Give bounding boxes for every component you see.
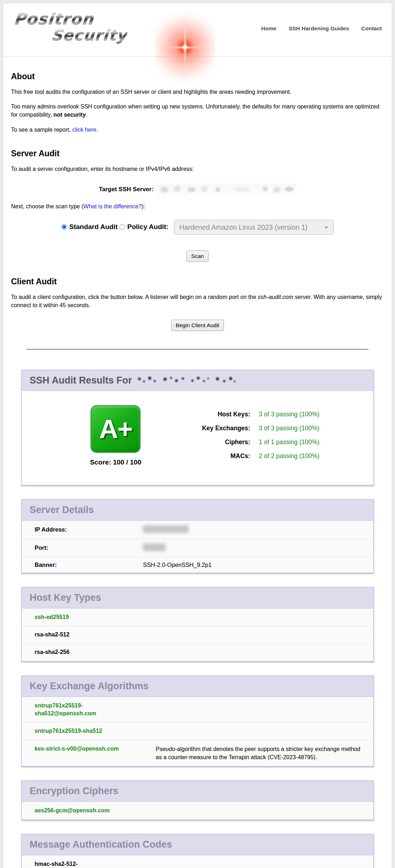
target-server-row: Target SSH Server: bbox=[11, 183, 384, 196]
nav-contact[interactable]: Contact bbox=[361, 25, 382, 32]
mac-row: hmac-sha2-512-etm@openssh.com bbox=[22, 855, 373, 868]
target-ssh-server-input[interactable] bbox=[157, 183, 296, 196]
server-audit-intro: To audit a server configuration, enter i… bbox=[11, 165, 384, 173]
results-panel-header: SSH Audit Results For bbox=[22, 370, 373, 391]
sample-report-link[interactable]: click here bbox=[72, 127, 97, 133]
server-details-panel: Server Details IP Address: Port: Banner:… bbox=[21, 499, 374, 574]
scan-type-options: Standard Audit Policy Audit: Hardened Am… bbox=[11, 220, 384, 235]
what-is-difference-link[interactable]: What is the difference? bbox=[83, 203, 142, 209]
main-content-card: Positron Security Home SSH Hardening Gui… bbox=[3, 3, 392, 868]
kex-row: sntrup761x25519-sha512 bbox=[22, 722, 373, 740]
redacted-port-value bbox=[143, 543, 166, 551]
policy-audit-label: Policy Audit: bbox=[127, 223, 168, 230]
encryption-ciphers-header: Encryption Ciphers bbox=[22, 781, 373, 802]
ssh-audit-results-panel: SSH Audit Results For A+ Score: 100 / 10… bbox=[21, 370, 374, 486]
not-security-bold: not security bbox=[53, 112, 86, 118]
results-panel-body: A+ Score: 100 / 100 Host Keys: 3 of 3 pa… bbox=[22, 391, 373, 485]
macs-panel: Message Authentication Codes hmac-sha2-5… bbox=[21, 834, 374, 868]
host-key-row: rsa-sha2-256 bbox=[22, 643, 373, 661]
target-ssh-server-label: Target SSH Server: bbox=[99, 186, 154, 193]
encryption-ciphers-panel: Encryption Ciphers aes256-gcm@openssh.co… bbox=[21, 780, 374, 821]
detail-row-port: Port: bbox=[22, 539, 373, 557]
server-audit-heading: Server Audit bbox=[11, 149, 384, 158]
ssh-audit-com-italic: ssh-audit.com bbox=[258, 294, 293, 300]
kex-row: kex-strict-s-v00@openssh.com Pseudo-algo… bbox=[22, 740, 373, 766]
about-paragraph-2: Too many admins overlook SSH configurati… bbox=[11, 102, 384, 119]
key-exchange-header: Key Exchange Algorithms bbox=[22, 676, 373, 697]
server-details-header: Server Details bbox=[22, 500, 373, 521]
stat-row-key-exchanges: Key Exchanges: 3 of 3 passing (100%) bbox=[177, 421, 319, 435]
redacted-hostname bbox=[136, 375, 236, 385]
about-paragraph-1: This free tool audits the configuration … bbox=[11, 88, 384, 96]
scan-type-paragraph: Next, choose the scan type (What is the … bbox=[11, 202, 384, 210]
detail-row-ip: IP Address: bbox=[22, 521, 373, 539]
about-paragraph-3: To see a sample report, click here. bbox=[11, 126, 384, 134]
host-key-row: ssh-ed25519 bbox=[22, 608, 373, 626]
logo-text-line2: Security bbox=[50, 26, 128, 44]
site-header: Positron Security Home SSH Hardening Gui… bbox=[3, 3, 392, 57]
main-nav: Home SSH Hardening Guides Contact bbox=[261, 25, 382, 32]
grade-column: A+ Score: 100 / 100 bbox=[76, 405, 156, 466]
client-audit-button-row: Begin Client Audit bbox=[11, 320, 384, 331]
positron-security-logo[interactable]: Positron Security bbox=[14, 10, 167, 52]
host-key-row: rsa-sha2-512 bbox=[22, 626, 373, 643]
section-divider bbox=[26, 349, 369, 350]
banner-value: SSH-2.0-OpenSSH_9.2p1 bbox=[143, 562, 373, 568]
nav-home[interactable]: Home bbox=[261, 25, 277, 32]
stats-column: Host Keys: 3 of 3 passing (100%) Key Exc… bbox=[177, 407, 319, 466]
cipher-row: aes256-gcm@openssh.com bbox=[22, 802, 373, 819]
grade-badge: A+ bbox=[91, 405, 140, 453]
kex-row: sntrup761x25519-sha512@openssh.com bbox=[22, 697, 373, 722]
key-exchange-panel: Key Exchange Algorithms sntrup761x25519-… bbox=[21, 675, 374, 768]
standard-audit-label: Standard Audit bbox=[69, 223, 117, 230]
policy-select-wrap: Hardened Amazon Linux 2023 (version 1) ⌄ bbox=[174, 220, 334, 235]
page: Positron Security Home SSH Hardening Gui… bbox=[0, 0, 395, 868]
detail-row-banner: Banner: SSH-2.0-OpenSSH_9.2p1 bbox=[22, 557, 373, 573]
client-audit-paragraph: To audit a client configuration, click t… bbox=[11, 293, 384, 309]
standard-audit-radio[interactable] bbox=[61, 224, 67, 230]
stat-row-host-keys: Host Keys: 3 of 3 passing (100%) bbox=[177, 407, 319, 421]
grade-letter: A+ bbox=[99, 414, 132, 444]
redacted-ip-value bbox=[143, 525, 189, 533]
scan-button[interactable]: Scan bbox=[186, 250, 208, 262]
begin-client-audit-button[interactable]: Begin Client Audit bbox=[171, 320, 224, 331]
stat-row-ciphers: Ciphers: 1 of 1 passing (100%) bbox=[177, 435, 319, 449]
nav-ssh-hardening-guides[interactable]: SSH Hardening Guides bbox=[289, 25, 349, 32]
about-heading: About bbox=[11, 72, 384, 81]
host-key-types-header: Host Key Types bbox=[22, 588, 373, 608]
kex-note: Pseudo-algorithm that denotes the peer s… bbox=[124, 745, 373, 761]
policy-audit-radio[interactable] bbox=[119, 224, 125, 230]
scan-button-row: Scan bbox=[11, 250, 384, 262]
macs-header: Message Authentication Codes bbox=[22, 834, 373, 855]
score-label: Score: 100 / 100 bbox=[76, 458, 156, 466]
logo-text-line1: Positron bbox=[13, 10, 94, 28]
policy-select[interactable]: Hardened Amazon Linux 2023 (version 1) bbox=[174, 220, 334, 235]
stat-row-macs: MACs: 2 of 2 passing (100%) bbox=[177, 449, 319, 463]
client-audit-heading: Client Audit bbox=[11, 277, 384, 286]
host-key-types-panel: Host Key Types ssh-ed25519 rsa-sha2-512 … bbox=[21, 587, 374, 663]
